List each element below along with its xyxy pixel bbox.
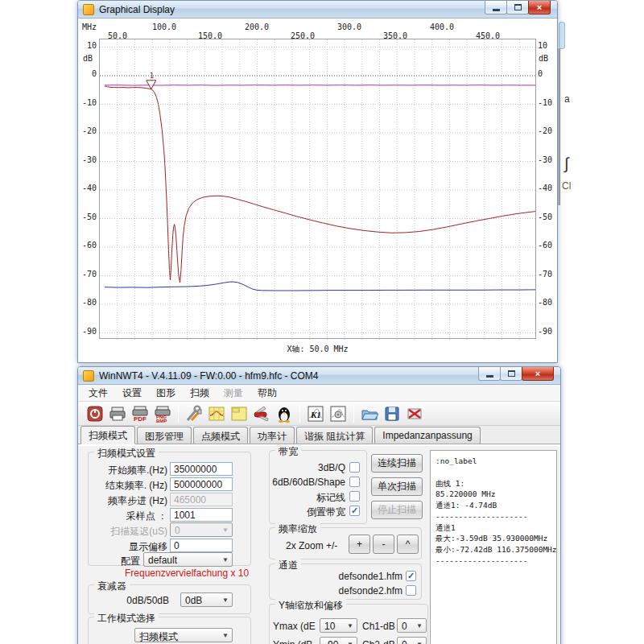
marker-line-label: 标记线 [270, 491, 345, 505]
6db-shape-checkbox[interactable] [349, 477, 360, 487]
bandwidth-group: 带宽 3dB/Q 6dB/60dB/Shape 标记线 倒置带宽 [269, 450, 367, 524]
single-scan-button[interactable]: 单次扫描 [371, 477, 423, 496]
work-mode-group: 工作模式选择 扫频模式▼ [88, 617, 251, 644]
winnwt-main-window: WinNWT4 - V.4.11.09 - FW:0.00 - hfm9.hfc… [77, 366, 561, 644]
y-axis-group: Y轴缩放和偏移 Ymax (dE 10▼ Ch1-dB 0▼ Ymin (dB … [269, 604, 428, 644]
maximize-button[interactable] [500, 367, 522, 381]
ymin-select[interactable]: -90▼ [320, 637, 357, 644]
close-button[interactable] [528, 1, 551, 14]
tick-label: 200.0 [239, 23, 275, 31]
start-frequency-input[interactable]: 35000000 [170, 462, 233, 476]
background-scrollbar-fragment [559, 22, 565, 49]
tab-sweep-mode[interactable]: 扫频模式 [80, 426, 135, 444]
open-file-icon[interactable] [359, 403, 379, 423]
work-mode-select[interactable]: 扫频模式▼ [134, 628, 233, 642]
tab-power-meter[interactable]: 功率计 [250, 427, 295, 444]
display-offset-input[interactable]: 0 [170, 539, 233, 552]
menu-settings[interactable]: 设置 [115, 384, 149, 402]
tick-label: -80 [79, 298, 97, 307]
print-icon[interactable] [107, 403, 127, 423]
zoom-in-button[interactable]: + [349, 535, 370, 554]
toolbar-separator [178, 405, 179, 423]
plot-settings-icon[interactable] [206, 403, 226, 423]
tick-label: 400.0 [424, 23, 460, 31]
probe2-checkbox[interactable] [406, 585, 416, 596]
group-label: 带宽 [275, 445, 301, 459]
marker-info-panel[interactable]: :no_label 曲线 1: 85.220000 MHz 通道1: -4.74… [430, 450, 557, 644]
samples-input[interactable]: 1001 [170, 508, 233, 522]
menu-measure[interactable]: 测量 [217, 384, 250, 402]
tick-label: -80 [538, 298, 559, 307]
probe1-checkbox[interactable] [406, 571, 416, 581]
tick-label: 300.0 [332, 23, 367, 31]
svg-text:PDF: PDF [134, 415, 147, 423]
notes-icon[interactable] [229, 403, 249, 423]
ch1-db-label: Ch1-dB [362, 621, 398, 632]
tick-label: -40 [79, 184, 97, 192]
stop-frequency-input[interactable]: 500000000 [170, 477, 233, 491]
graph-window-titlebar[interactable]: Graphical Display [78, 1, 557, 19]
background-text-fragment: a [564, 93, 570, 105]
delete-curves-icon[interactable] [404, 403, 424, 423]
stop-scan-button[interactable]: 停止扫描 [371, 501, 423, 519]
tab-graph-management[interactable]: 图形管理 [137, 427, 192, 444]
maximize-button[interactable] [506, 1, 529, 14]
x-axis-scale-note: X轴: 50.0 MHz [99, 344, 536, 355]
marker-line-checkbox[interactable] [349, 491, 360, 502]
tick-label: 0 [538, 69, 559, 78]
3db-q-label: 3dB/Q [270, 462, 345, 473]
toolbar-separator [353, 405, 354, 423]
menu-sweep[interactable]: 扫频 [183, 384, 217, 402]
tab-impedanzanpassung[interactable]: Impedanzanpassung [374, 427, 480, 444]
frequency-step-input[interactable]: 465000 [170, 493, 233, 506]
tick-label: 100.0 [147, 23, 182, 31]
tools-icon[interactable] [184, 403, 204, 423]
k1-calibration-icon[interactable]: K1 [305, 403, 325, 423]
scan-delay-select[interactable]: 0▼ [170, 522, 233, 537]
exit-icon[interactable] [85, 403, 105, 423]
menu-graphics[interactable]: 图形 [149, 384, 183, 402]
export-image-icon[interactable]: PNGBMP [152, 403, 172, 423]
ch1-db-select[interactable]: 0▼ [397, 618, 427, 633]
main-window-titlebar[interactable]: WinNWT4 - V.4.11.09 - FW:0.00 - hfm9.hfc… [78, 367, 560, 385]
tab-resonance-impedance[interactable]: 谐振 阻抗计算 [296, 427, 373, 444]
tick-label: -60 [538, 241, 559, 250]
tick-label: -10 [79, 98, 97, 107]
menu-help[interactable]: 帮助 [250, 384, 284, 402]
menu-file[interactable]: 文件 [81, 384, 115, 402]
close-button[interactable] [522, 367, 554, 381]
profile-select[interactable]: default▼ [143, 552, 233, 567]
sweep-plot: 1 [100, 39, 537, 340]
ymax-select[interactable]: 10▼ [320, 618, 357, 633]
print-pdf-icon[interactable]: PDF [130, 403, 150, 423]
3db-q-checkbox[interactable] [349, 462, 360, 473]
svg-text:K1: K1 [310, 410, 321, 419]
group-label: 衰减器 [94, 580, 130, 593]
minimize-button[interactable] [485, 1, 507, 14]
zoom-out-button[interactable]: - [373, 535, 394, 554]
tux-icon[interactable] [274, 403, 294, 423]
ch2-db-select[interactable]: 0▼ [397, 637, 427, 644]
tab-spot-frequency[interactable]: 点频模式 [193, 427, 248, 444]
save-file-icon[interactable] [382, 403, 402, 423]
attenuator-select[interactable]: 0dB▼ [180, 592, 233, 607]
tick-label: -30 [79, 155, 97, 164]
calibration-plot-icon[interactable] [328, 403, 348, 423]
multitool-icon[interactable] [251, 403, 271, 423]
channels-group: 通道 defsonde1.hfm defsonde2.hfm [269, 564, 422, 600]
tick-label: -60 [79, 241, 97, 250]
background-text-fragment-2: Cl [562, 180, 571, 192]
zoom-label: 2x Zoom +/- [286, 540, 342, 551]
group-label: 频率缩放 [275, 522, 320, 536]
group-label: 通道 [275, 559, 301, 572]
plot-area[interactable]: 1 [99, 39, 536, 339]
continuous-scan-button[interactable]: 连续扫描 [371, 454, 423, 473]
ch2-db-label: Ch2-dB [362, 639, 398, 644]
zoom-reset-button[interactable]: ^ [397, 535, 419, 554]
samples-label: 采样点 ： [90, 510, 167, 523]
tick-label: -50 [79, 213, 97, 221]
inverted-bandwidth-checkbox[interactable] [349, 506, 360, 516]
minimize-button[interactable] [478, 367, 501, 381]
graph-window-title: Graphical Display [99, 4, 175, 15]
group-label: 工作模式选择 [94, 612, 159, 625]
